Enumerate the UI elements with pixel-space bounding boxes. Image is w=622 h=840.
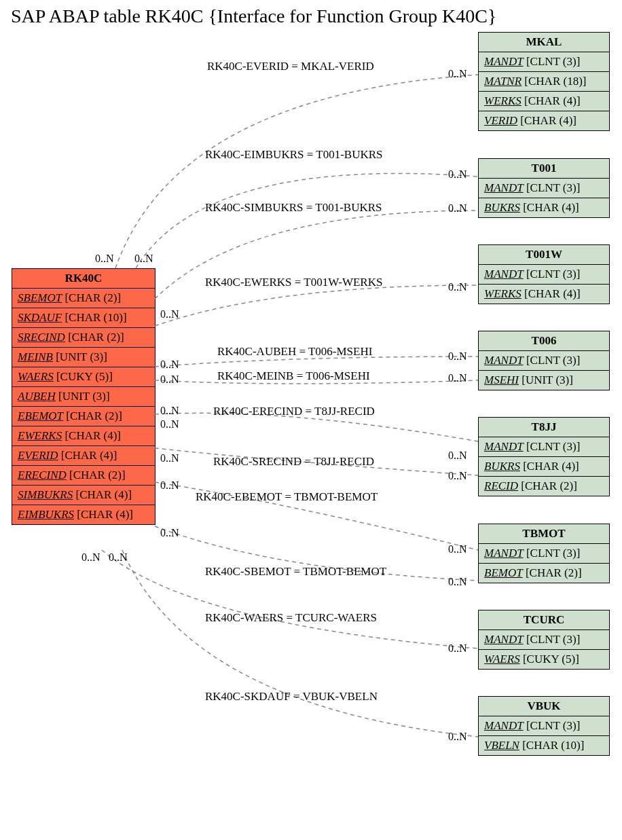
field-row: VBELN [CHAR (10)] [479,736,609,755]
entity-header: TBMOT [479,524,609,544]
field-row: SIMBUKRS [CHAR (4)] [12,486,155,505]
field-row: BEMOT [CHAR (2)] [479,564,609,583]
field-row: AUBEH [UNIT (3)] [12,387,155,407]
cardinality: 0..N [109,551,128,564]
cardinality: 0..N [448,168,467,181]
field-row: BUKRS [CHAR (4)] [479,198,609,217]
field-row: MANDT [CLNT (3)] [479,630,609,650]
entity-tbmot: TBMOT MANDT [CLNT (3)] BEMOT [CHAR (2)] [478,524,610,583]
cardinality: 0..N [81,551,100,564]
cardinality: 0..N [448,642,467,655]
edge-label: RK40C-AUBEH = T006-MSEHI [217,345,372,359]
field-row: WAERS [CUKY (5)] [479,650,609,669]
entity-header: VBUK [479,697,609,716]
cardinality: 0..N [448,450,467,462]
edge-label: RK40C-EWERKS = T001W-WERKS [205,276,382,289]
cardinality: 0..N [95,253,114,265]
edge-label: RK40C-SIMBUKRS = T001-BUKRS [205,201,382,215]
field-row: MANDT [CLNT (3)] [479,179,609,198]
cardinality: 0..N [160,359,179,371]
field-row: MANDT [CLNT (3)] [479,544,609,564]
field-row: EBEMOT [CHAR (2)] [12,407,155,426]
entity-header: RK40C [12,269,155,289]
edge-label: RK40C-SRECIND = T8JJ-RECID [213,455,374,469]
entity-header: T001 [479,159,609,179]
cardinality: 0..N [448,731,467,743]
field-row: WAERS [CUKY (5)] [12,367,155,387]
edge-label: RK40C-EIMBUKRS = T001-BUKRS [205,148,382,162]
entity-t001: T001 MANDT [CLNT (3)] BUKRS [CHAR (4)] [478,158,610,218]
field-row: EIMBUKRS [CHAR (4)] [12,505,155,524]
edge-label: RK40C-EBEMOT = TBMOT-BEMOT [196,490,378,504]
field-row: MEINB [UNIT (3)] [12,348,155,367]
entity-t001w: T001W MANDT [CLNT (3)] WERKS [CHAR (4)] [478,244,610,304]
entity-header: T001W [479,245,609,265]
field-row: SBEMOT [CHAR (2)] [12,289,155,308]
entity-header: T006 [479,331,609,351]
entity-rk40c: RK40C SBEMOT [CHAR (2)] SKDAUF [CHAR (10… [12,268,156,525]
diagram-title: SAP ABAP table RK40C {Interface for Func… [11,5,496,27]
field-row: EWERKS [CHAR (4)] [12,426,155,446]
field-row: WERKS [CHAR (4)] [479,92,609,111]
field-row: MANDT [CLNT (3)] [479,351,609,371]
entity-t8jj: T8JJ MANDT [CLNT (3)] BUKRS [CHAR (4)] R… [478,417,610,496]
field-row: ERECIND [CHAR (2)] [12,466,155,486]
cardinality: 0..N [448,470,467,482]
edge-label: RK40C-MEINB = T006-MSEHI [217,369,370,383]
entity-t006: T006 MANDT [CLNT (3)] MSEHI [UNIT (3)] [478,331,610,390]
field-row: MSEHI [UNIT (3)] [479,371,609,390]
field-row: MATNR [CHAR (18)] [479,72,609,92]
edge-label: RK40C-SBEMOT = TBMOT-BEMOT [205,565,386,579]
cardinality: 0..N [160,308,179,321]
field-row: VERID [CHAR (4)] [479,111,609,130]
cardinality: 0..N [160,418,179,431]
cardinality: 0..N [448,281,467,293]
entity-mkal: MKAL MANDT [CLNT (3)] MATNR [CHAR (18)] … [478,32,610,131]
cardinality: 0..N [448,543,467,555]
cardinality: 0..N [448,372,467,384]
cardinality: 0..N [448,202,467,215]
cardinality: 0..N [160,405,179,417]
edge-label: RK40C-WAERS = TCURC-WAERS [205,611,377,625]
cardinality: 0..N [134,253,153,265]
field-row: MANDT [CLNT (3)] [479,716,609,736]
cardinality: 0..N [160,452,179,464]
edge-label: RK40C-SKDAUF = VBUK-VBELN [205,690,378,704]
field-row: MANDT [CLNT (3)] [479,52,609,72]
entity-header: TCURC [479,610,609,630]
entity-header: T8JJ [479,418,609,437]
field-row: SRECIND [CHAR (2)] [12,328,155,348]
cardinality: 0..N [160,479,179,492]
cardinality: 0..N [160,373,179,386]
entity-vbuk: VBUK MANDT [CLNT (3)] VBELN [CHAR (10)] [478,696,610,756]
field-row: WERKS [CHAR (4)] [479,285,609,304]
cardinality: 0..N [448,68,467,80]
cardinality: 0..N [448,350,467,363]
entity-tcurc: TCURC MANDT [CLNT (3)] WAERS [CUKY (5)] [478,610,610,670]
field-row: SKDAUF [CHAR (10)] [12,308,155,328]
edge-label: RK40C-ERECIND = T8JJ-RECID [213,405,375,418]
cardinality: 0..N [160,527,179,539]
field-row: BUKRS [CHAR (4)] [479,457,609,477]
entity-header: MKAL [479,33,609,52]
field-row: RECID [CHAR (2)] [479,477,609,496]
field-row: MANDT [CLNT (3)] [479,265,609,285]
field-row: MANDT [CLNT (3)] [479,437,609,457]
edge-label: RK40C-EVERID = MKAL-VERID [207,60,374,73]
cardinality: 0..N [448,576,467,588]
field-row: EVERID [CHAR (4)] [12,446,155,466]
